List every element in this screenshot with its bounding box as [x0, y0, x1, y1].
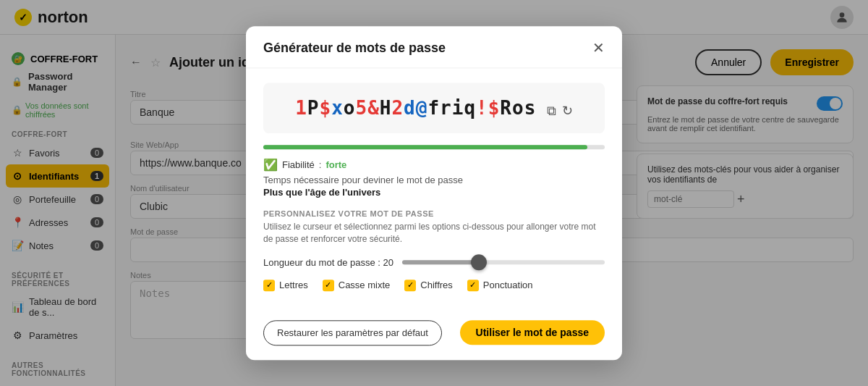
reliability-check-icon: ✅ — [263, 159, 278, 172]
chiffres-label: Chiffres — [420, 280, 453, 291]
modal-header: Générateur de mots de passe ✕ — [246, 26, 622, 68]
refresh-password-button[interactable]: ↻ — [562, 104, 573, 119]
checkbox-lettres[interactable]: ✓ Lettres — [263, 280, 308, 291]
modal-body: 1P$xo5&H2d@friq!$Ros ⧉ ↻ ✅ Fiabilité : f… — [246, 68, 622, 320]
checkbox-ponctuation[interactable]: ✓ Ponctuation — [467, 280, 533, 291]
slider-thumb[interactable] — [471, 255, 487, 271]
reliability-label: Fiabilité — [282, 160, 315, 171]
customize-desc: Utilisez le curseur et sélectionnez parm… — [263, 222, 605, 246]
modal-title: Générateur de mots de passe — [263, 41, 446, 56]
reliability-value: forte — [326, 160, 346, 171]
password-display: 1P$xo5&H2d@friq!$Ros ⧉ ↻ — [263, 83, 605, 134]
slider-label: Longueur du mot de passe : 20 — [263, 257, 393, 268]
use-password-button[interactable]: Utiliser le mot de passe — [460, 321, 605, 345]
checkbox-chiffres[interactable]: ✓ Chiffres — [404, 280, 453, 291]
lettres-label: Lettres — [279, 280, 308, 291]
ponctuation-checkbox-box[interactable]: ✓ — [467, 280, 479, 291]
modal-close-button[interactable]: ✕ — [592, 41, 605, 55]
reliability-row: ✅ Fiabilité : forte — [263, 159, 605, 172]
time-value: Plus que l'âge de l'univers — [263, 188, 605, 198]
customize-header: PERSONNALISEZ VOTRE MOT DE PASSE — [263, 210, 605, 219]
slider-fill — [402, 261, 479, 265]
checkbox-casse-mixte[interactable]: ✓ Casse mixte — [323, 280, 391, 291]
copy-password-button[interactable]: ⧉ — [547, 104, 556, 119]
casse-mixte-label: Casse mixte — [339, 280, 391, 291]
password-text: 1P$xo5&H2d@friq!$Ros — [295, 97, 536, 119]
time-label: Temps nécessaire pour deviner le mot de … — [263, 175, 605, 186]
restore-defaults-button[interactable]: Restaurer les paramètres par défaut — [263, 320, 442, 345]
chiffres-checkbox-box[interactable]: ✓ — [404, 280, 416, 291]
ponctuation-label: Ponctuation — [483, 280, 533, 291]
modal-footer: Restaurer les paramètres par défaut Util… — [246, 320, 622, 360]
lettres-checkbox-box[interactable]: ✓ — [263, 280, 275, 291]
checkboxes-row: ✓ Lettres ✓ Casse mixte ✓ Chiffres ✓ Pon… — [263, 280, 605, 291]
password-generator-modal: Générateur de mots de passe ✕ 1P$xo5&H2d… — [246, 26, 622, 360]
password-length-slider[interactable] — [402, 261, 605, 265]
password-icons: ⧉ ↻ — [547, 104, 573, 119]
strength-bar-container — [263, 146, 605, 150]
slider-row: Longueur du mot de passe : 20 — [263, 257, 605, 268]
strength-bar — [263, 146, 587, 150]
casse-mixte-checkbox-box[interactable]: ✓ — [323, 280, 334, 291]
